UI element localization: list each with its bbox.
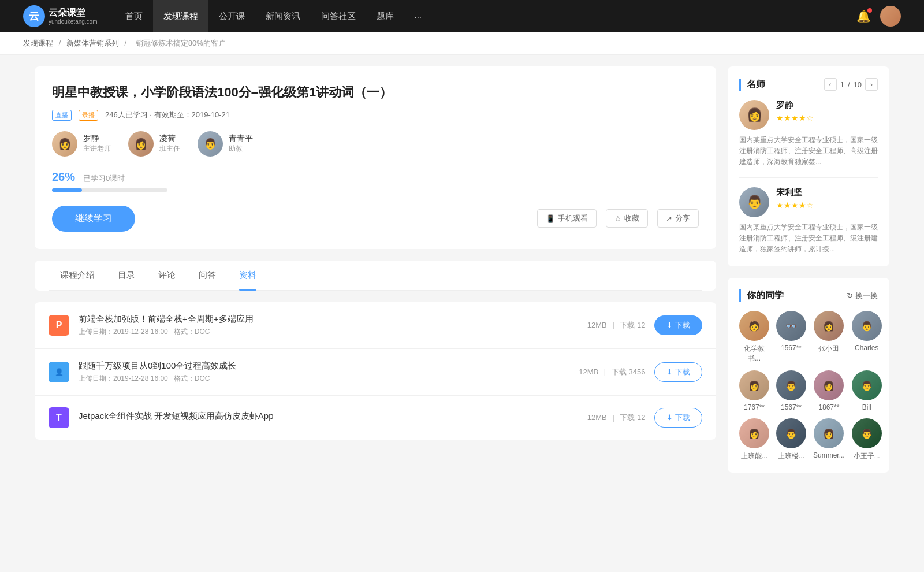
teacher-card-1-avatar: 👨	[739, 187, 769, 217]
tab-catalog[interactable]: 目录	[106, 261, 147, 290]
resource-stats-1: 12MB | 下载 3456	[579, 367, 645, 377]
student-10: 👩 Summer...	[813, 418, 845, 461]
badge-record: 录播	[79, 110, 98, 121]
teacher-card-0-name: 罗静	[776, 100, 814, 111]
breadcrumb-discover[interactable]: 发现课程	[23, 39, 53, 47]
teacher-card-1-name: 宋利坚	[776, 187, 814, 198]
mobile-watch-button[interactable]: 📱 手机观看	[537, 209, 597, 228]
refresh-icon: ↻	[847, 291, 853, 300]
resource-info-2: Jetpack全组件实战 开发短视频应用高仿皮皮虾App	[79, 411, 578, 424]
teacher-0-role: 主讲老师	[83, 144, 111, 154]
student-0-name: 化学教书...	[739, 344, 769, 363]
progress-bar-fill	[52, 188, 82, 192]
resource-info-1: 跟随千万级项目从0到100全过程高效成长 上传日期：2019-12-28 16:…	[79, 361, 569, 384]
student-0: 🧑 化学教书...	[739, 311, 769, 363]
logo[interactable]: 云 云朵课堂 yundouketang.com	[23, 5, 98, 27]
teacher-card-1-stars: ★★★★☆	[776, 200, 814, 210]
tab-resources[interactable]: 资料	[228, 261, 268, 290]
student-2: 👩 张小田	[813, 311, 845, 363]
student-4-avatar: 👩	[739, 370, 769, 400]
resource-meta-0: 上传日期：2019-12-28 16:00 格式：DOC	[79, 327, 578, 337]
resource-stats-2: 12MB | 下载 12	[587, 413, 646, 423]
resource-icon-2: T	[49, 407, 69, 428]
course-actions: 继续学习 📱 手机观看 ☆ 收藏 ↗ 分享	[52, 206, 699, 232]
refresh-button[interactable]: ↻ 换一换	[847, 291, 878, 301]
teacher-card-1-top: 👨 宋利坚 ★★★★☆	[739, 187, 878, 217]
teacher-card-0-info: 罗静 ★★★★☆	[776, 100, 814, 122]
student-3: 👨 Charles	[852, 311, 882, 363]
progress-bar-bg	[52, 188, 167, 192]
student-3-avatar: 👨	[852, 311, 882, 341]
nav-qa[interactable]: 问答社区	[311, 0, 366, 32]
student-1-avatar: 👓	[776, 311, 806, 341]
course-meta: 直播 录播 246人已学习 · 有效期至：2019-10-21	[52, 110, 699, 121]
tab-intro[interactable]: 课程介绍	[49, 261, 106, 290]
right-panel: 名师 ‹ 1 / 10 › 👩 罗静 ★★★★☆ 国内某重点大学安全	[728, 66, 889, 484]
breadcrumb: 发现课程 / 新媒体营销系列 / 销冠修炼术搞定80%的客户	[0, 32, 924, 55]
download-button-2[interactable]: ⬇ 下载	[654, 408, 702, 428]
prev-page-button[interactable]: ‹	[824, 78, 837, 91]
resource-meta-1: 上传日期：2019-12-28 16:00 格式：DOC	[79, 374, 569, 384]
download-button-0[interactable]: ⬇ 下载	[654, 315, 702, 335]
progress-section: 26% 已学习0课时	[52, 170, 699, 192]
share-button[interactable]: ↗ 分享	[657, 209, 699, 228]
collect-button[interactable]: ☆ 收藏	[606, 209, 648, 228]
download-button-1[interactable]: ⬇ 下载	[654, 362, 702, 382]
student-10-name: Summer...	[813, 451, 845, 459]
breadcrumb-series[interactable]: 新媒体营销系列	[66, 39, 119, 47]
teacher-card-0-stars: ★★★★☆	[776, 113, 814, 122]
nav-public[interactable]: 公开课	[208, 0, 255, 32]
next-page-button[interactable]: ›	[865, 78, 878, 91]
progress-label: 已学习0课时	[83, 174, 125, 183]
teacher-1-info: 凌荷 班主任	[159, 133, 180, 154]
nav-discover[interactable]: 发现课程	[153, 0, 208, 32]
course-header-card: 明星中教授课，小学阶段语法100分–强化级第1讲动词（一） 直播 录播 246人…	[35, 66, 716, 249]
student-9-name: 上班楼...	[778, 451, 804, 461]
student-1-name: 1567**	[781, 344, 802, 352]
action-buttons: 📱 手机观看 ☆ 收藏 ↗ 分享	[537, 209, 699, 228]
logo-icon: 云	[23, 5, 45, 27]
breadcrumb-sep1: /	[59, 39, 63, 47]
student-7-name: Bill	[862, 403, 871, 411]
students-panel-header: 你的同学 ↻ 换一换	[739, 289, 878, 302]
logo-text: 云朵课堂 yundouketang.com	[49, 7, 98, 25]
student-6-name: 1867**	[818, 403, 839, 411]
main-content: 明星中教授课，小学阶段语法100分–强化级第1讲动词（一） 直播 录播 246人…	[12, 55, 912, 496]
teacher-card-0-desc: 国内某重点大学安全工程专业硕士，国家一级注册消防工程师、注册安全工程师、高级注册…	[739, 135, 878, 168]
nav-home[interactable]: 首页	[115, 0, 153, 32]
badge-live: 直播	[52, 110, 72, 121]
left-panel: 明星中教授课，小学阶段语法100分–强化级第1讲动词（一） 直播 录播 246人…	[35, 66, 716, 484]
teacher-2: 👨 青青平 助教	[198, 131, 253, 157]
student-2-name: 张小田	[818, 344, 839, 354]
continue-button[interactable]: 继续学习	[52, 206, 135, 232]
course-title: 明星中教授课，小学阶段语法100分–强化级第1讲动词（一）	[52, 84, 699, 102]
tabs: 课程介绍 目录 评论 问答 资料	[49, 261, 702, 291]
tab-comments[interactable]: 评论	[147, 261, 187, 290]
pagination: ‹ 1 / 10 ›	[824, 78, 878, 91]
share-icon: ↗	[666, 214, 672, 223]
student-11-name: 小王子...	[854, 451, 880, 461]
nav-news[interactable]: 新闻资讯	[255, 0, 311, 32]
teacher-card-1-info: 宋利坚 ★★★★☆	[776, 187, 814, 210]
notification-dot	[867, 8, 872, 13]
student-4: 👩 1767**	[739, 370, 769, 411]
student-5-name: 1567**	[781, 403, 802, 411]
student-1: 👓 1567**	[776, 311, 806, 363]
teacher-2-avatar: 👨	[198, 131, 223, 157]
page-sep: /	[848, 80, 850, 89]
nav-more[interactable]: ···	[404, 0, 433, 32]
user-avatar[interactable]	[880, 6, 901, 27]
teacher-2-role: 助教	[229, 144, 253, 154]
students-panel: 你的同学 ↻ 换一换 🧑 化学教书... 👓 1567** 👩 张小田	[728, 278, 889, 473]
resource-icon-1: 👤	[49, 362, 69, 382]
teacher-0-name: 罗静	[83, 133, 111, 144]
bell-icon[interactable]: 🔔	[856, 9, 871, 23]
nav-quiz[interactable]: 题库	[366, 0, 404, 32]
student-0-avatar: 🧑	[739, 311, 769, 341]
teachers-panel: 名师 ‹ 1 / 10 › 👩 罗静 ★★★★☆ 国内某重点大学安全	[728, 66, 889, 266]
tab-qa[interactable]: 问答	[187, 261, 228, 290]
resource-name-1: 跟随千万级项目从0到100全过程高效成长	[79, 361, 569, 372]
breadcrumb-sep2: /	[124, 39, 128, 47]
progress-percent: 26%	[52, 170, 75, 184]
teachers-list: 👩 罗静 主讲老师 👩 凌荷 班主任 👨 青青平	[52, 131, 699, 157]
